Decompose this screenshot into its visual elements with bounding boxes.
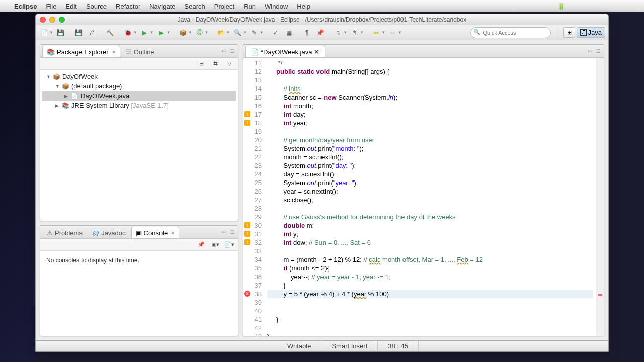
app-name[interactable]: Eclipse [14, 3, 37, 10]
save-all-button[interactable]: 💾 [73, 27, 85, 38]
bottom-tabbar: ⚠Problems @Javadoc ▣Console✕ ▭◻ [40, 226, 238, 239]
tree-item[interactable]: ▼📦(default package) [42, 81, 236, 91]
tree-item[interactable]: ▶📚JRE System Library [JavaSE-1.7] [42, 101, 236, 110]
menu-source[interactable]: Source [86, 3, 107, 10]
battery-icon[interactable]: 🔋 [557, 3, 566, 10]
problems-tab[interactable]: ⚠Problems [42, 227, 87, 238]
desktop-background [0, 12, 35, 362]
back-button[interactable]: ⇦ [371, 27, 382, 38]
maximize-view-icon[interactable]: ◻ [229, 47, 236, 54]
menu-edit[interactable]: Edit [65, 3, 76, 10]
debug-button[interactable]: 🐞 [123, 27, 134, 38]
annotate-button[interactable]: ✎ [249, 27, 260, 38]
open-type-button[interactable]: 📂 [216, 27, 227, 38]
open-perspective-button[interactable]: ⊞ [564, 27, 575, 38]
link-editor-icon[interactable]: ⇆ [210, 58, 221, 69]
menu-help[interactable]: Help [297, 3, 310, 10]
line-gutter[interactable]: 11121314151617!18!1920212223242526272829… [243, 58, 264, 336]
open-console-icon[interactable]: 📄▾ [224, 239, 235, 250]
toggle-mark-button[interactable]: ✓ [270, 27, 281, 38]
menu-file[interactable]: File [46, 3, 57, 10]
java-perspective-button[interactable]: 🄹Java [577, 27, 605, 38]
pin-button[interactable]: 📌 [314, 27, 326, 38]
status-cursor-pos: 38 : 45 [378, 341, 419, 351]
new-button[interactable]: 📄 [39, 27, 50, 38]
package-tree[interactable]: ▼📦DayOfWeek▼📦(default package)▶📄DayOfWee… [40, 70, 238, 221]
view-menu-icon[interactable]: ▽ [224, 58, 235, 69]
outline-tab[interactable]: ☰Outline [121, 46, 159, 57]
menu-search[interactable]: Search [185, 3, 205, 10]
code-editor[interactable]: 11121314151617!18!1920212223242526272829… [243, 58, 604, 336]
build-button[interactable]: 🔨 [105, 27, 116, 38]
eclipse-window: Java - DayOfWeek/DayOfWeek.java - Eclips… [35, 14, 609, 352]
close-icon[interactable]: ✕ [314, 48, 319, 56]
forward-button[interactable]: ⇨ [387, 27, 398, 38]
show-whitespace-button[interactable]: ¶ [301, 27, 312, 38]
quick-access-input[interactable] [470, 27, 551, 38]
tree-item[interactable]: ▶📄DayOfWeek.java [42, 91, 236, 101]
close-icon[interactable]: ✕ [171, 230, 175, 236]
collapse-all-icon[interactable]: ⊟ [196, 58, 207, 69]
menu-window[interactable]: Window [265, 3, 288, 10]
package-explorer-tab[interactable]: 📚Package Explorer✕ [42, 46, 120, 57]
close-icon[interactable]: ✕ [112, 49, 116, 55]
window-titlebar[interactable]: Java - DayOfWeek/DayOfWeek.java - Eclips… [36, 14, 608, 25]
run-last-button[interactable]: ▶ [156, 27, 167, 38]
explorer-tabbar: 📚Package Explorer✕ ☰Outline ▭◻ [40, 45, 238, 58]
tree-item[interactable]: ▼📦DayOfWeek [42, 72, 236, 81]
editor-tabbar: 📄*DayOfWeek.java✕ ▭◻ [243, 45, 604, 58]
pin-console-icon[interactable]: 📌 [196, 239, 207, 250]
main-toolbar: 📄▼ 💾 💾 🖨 🔨 🐞▼ ▶▼ ▶▼ 📦▼ Ⓒ▼ 📂▼ 🔍▼ ✎▼ ✓ ▦ ¶… [36, 25, 608, 40]
console-tab[interactable]: ▣Console✕ [131, 227, 180, 238]
toggle-block-button[interactable]: ▦ [283, 27, 294, 38]
minimize-view-icon[interactable]: ▭ [586, 47, 593, 54]
minimize-view-icon[interactable]: ▭ [220, 228, 227, 235]
display-console-icon[interactable]: ▣▾ [210, 239, 221, 250]
new-class-button[interactable]: Ⓒ [194, 27, 205, 38]
next-annotation-button[interactable]: ↴ [333, 27, 344, 38]
javadoc-tab[interactable]: @Javadoc [88, 227, 130, 238]
editor-tab[interactable]: 📄*DayOfWeek.java✕ [245, 46, 325, 57]
save-button[interactable]: 💾 [55, 27, 66, 38]
maximize-view-icon[interactable]: ◻ [229, 228, 236, 235]
new-package-button[interactable]: 📦 [178, 27, 189, 38]
mac-menubar: Eclipse File Edit Source Refactor Naviga… [0, 0, 644, 12]
console-message: No consoles to display at this time. [42, 253, 236, 268]
overview-ruler[interactable] [596, 58, 604, 336]
error-marker[interactable] [598, 294, 602, 296]
maximize-view-icon[interactable]: ◻ [595, 47, 602, 54]
status-bar: Writable Smart Insert 38 : 45 [36, 340, 608, 351]
minimize-view-icon[interactable]: ▭ [220, 47, 227, 54]
menu-navigate[interactable]: Navigate [149, 3, 175, 10]
print-button[interactable]: 🖨 [87, 27, 98, 38]
search-button[interactable]: 🔍 [232, 27, 243, 38]
status-writable: Writable [277, 341, 321, 351]
code-content[interactable]: */ public static void main(String[] args… [264, 58, 596, 336]
window-title: Java - DayOfWeek/DayOfWeek.java - Eclips… [36, 16, 608, 23]
menu-project[interactable]: Project [214, 3, 234, 10]
status-insert-mode: Smart Insert [321, 341, 378, 351]
menu-run[interactable]: Run [244, 3, 256, 10]
run-button[interactable]: ▶ [139, 27, 150, 38]
prev-annotation-button[interactable]: ↰ [349, 27, 360, 38]
menu-refactor[interactable]: Refactor [116, 3, 140, 10]
